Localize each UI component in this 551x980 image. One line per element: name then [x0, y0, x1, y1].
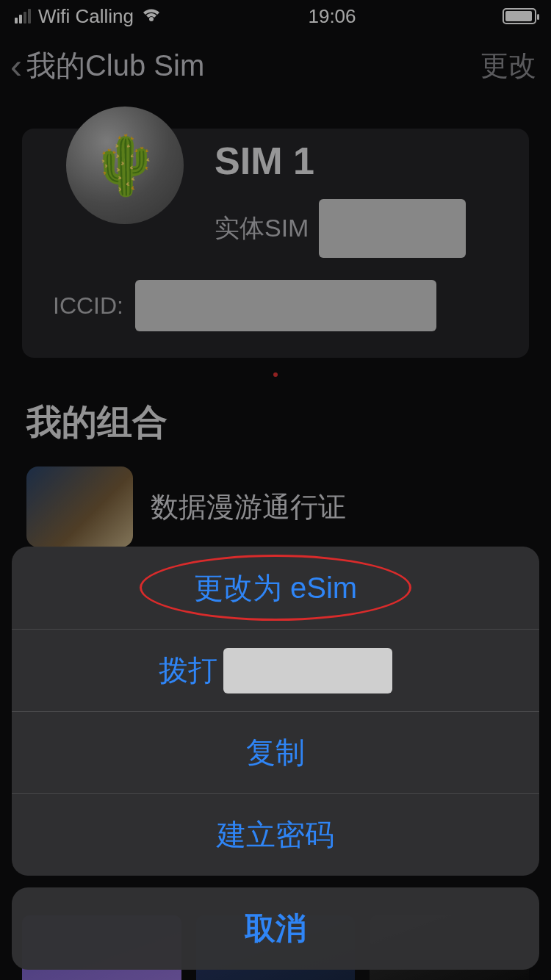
sheet-create-password[interactable]: 建立密码 — [12, 793, 539, 876]
sheet-item-label: 拨打 — [159, 650, 217, 691]
dial-number-redacted — [223, 648, 392, 693]
sheet-change-to-esim[interactable]: 更改为 eSim — [12, 547, 539, 629]
sheet-item-label: 取消 — [245, 908, 306, 949]
sheet-item-label: 建立密码 — [217, 815, 334, 855]
sheet-item-label: 复制 — [246, 732, 305, 773]
sheet-cancel[interactable]: 取消 — [12, 887, 539, 970]
sheet-copy[interactable]: 复制 — [12, 711, 539, 793]
action-sheet: 更改为 eSim 拨打 复制 建立密码 取消 — [12, 547, 539, 970]
sheet-dial[interactable]: 拨打 — [12, 629, 539, 711]
sheet-item-label: 更改为 eSim — [194, 568, 357, 608]
